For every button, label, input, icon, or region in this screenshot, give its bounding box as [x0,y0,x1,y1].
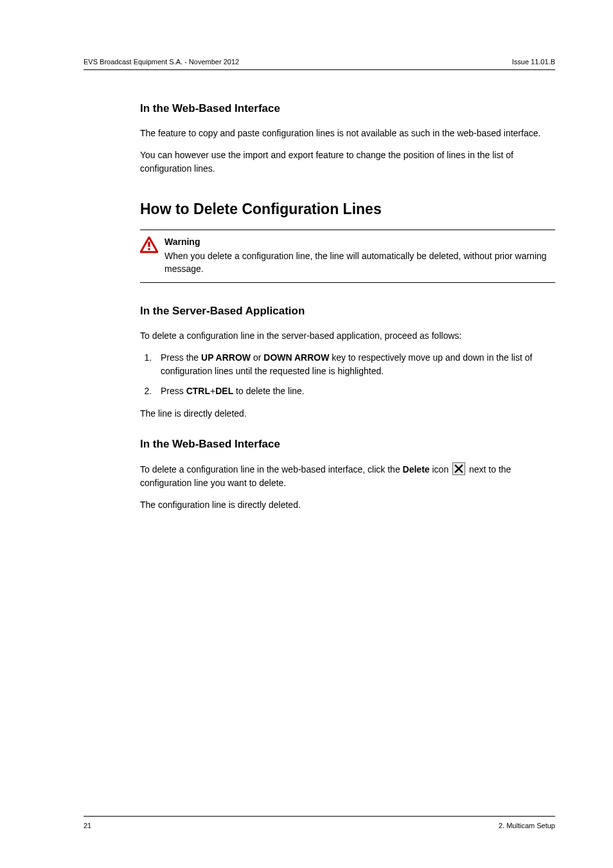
section-reference: 2. Multicam Setup [499,822,555,829]
key-del: DEL [215,386,233,396]
text: to delete the line. [233,386,305,396]
key-up-arrow: UP ARROW [201,352,251,363]
warning-callout: Warning When you delete a configuration … [140,230,555,283]
paragraph: The feature to copy and paste configurat… [140,127,555,140]
heading-how-to-delete: How to Delete Configuration Lines [140,201,555,218]
delete-x-icon [452,462,465,475]
text: Press [161,386,186,396]
list-item: Press CTRL+DEL to delete the line. [154,384,555,398]
text: Press the [161,352,201,363]
page-header: EVS Broadcast Equipment S.A. - November … [84,58,555,70]
key-ctrl: CTRL [186,386,210,396]
paragraph: To delete a configuration line in the we… [140,462,555,489]
heading-server-based: In the Server-Based Application [140,305,555,318]
paragraph: To delete a configuration line in the se… [140,329,555,342]
paragraph: You can however use the import and expor… [140,149,555,175]
list-item: Press the UP ARROW or DOWN ARROW key to … [154,351,555,378]
text: + [210,386,215,396]
paragraph: The line is directly deleted. [140,407,555,420]
warning-text: Warning When you delete a configuration … [164,235,555,276]
header-left: EVS Broadcast Equipment S.A. - November … [84,58,239,66]
document-page: EVS Broadcast Equipment S.A. - November … [0,0,613,868]
warning-triangle-icon [140,237,158,256]
heading-web-interface-2: In the Web-Based Interface [140,438,555,451]
paragraph: The configuration line is directly delet… [140,498,555,511]
warning-body: When you delete a configuration line, th… [164,251,547,274]
delete-label: Delete [403,464,430,475]
svg-rect-1 [148,248,150,250]
key-down-arrow: DOWN ARROW [263,352,329,363]
warning-title: Warning [164,235,555,248]
text: To delete a configuration line in the we… [140,464,403,475]
page-content: In the Web-Based Interface The feature t… [140,102,555,511]
heading-web-interface-1: In the Web-Based Interface [140,102,555,115]
page-number: 21 [84,822,91,829]
header-right: Issue 11.01.B [512,58,555,66]
svg-rect-0 [148,242,150,247]
text: icon [430,464,451,475]
steps-list: Press the UP ARROW or DOWN ARROW key to … [140,351,555,398]
text: or [251,352,263,363]
page-footer: 21 2. Multicam Setup [84,816,555,829]
